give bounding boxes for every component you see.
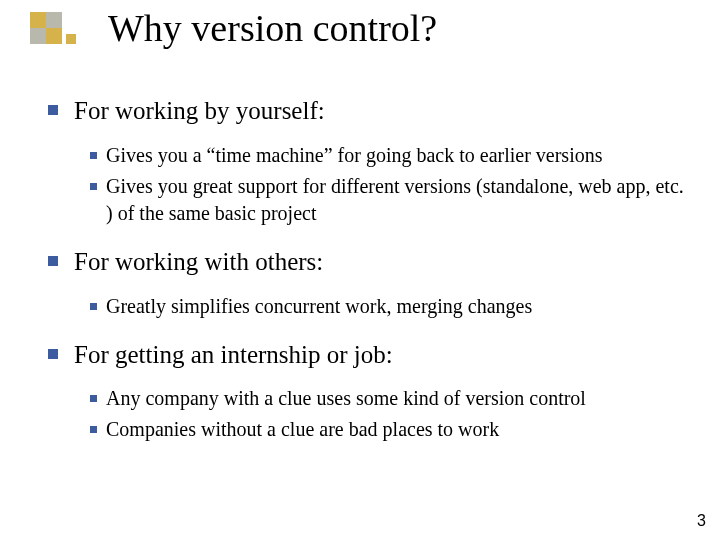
bullet-level2: Gives you a “time machine” for going bac… (48, 142, 688, 169)
bullet-text: Greatly simplifies concurrent work, merg… (106, 295, 532, 317)
bullet-level1: For working by yourself: (48, 94, 688, 128)
bullet-level2: Any company with a clue uses some kind o… (48, 385, 688, 412)
bullet-group: Greatly simplifies concurrent work, merg… (48, 293, 688, 320)
bullet-text: For working by yourself: (74, 97, 325, 124)
bullet-text: Gives you a “time machine” for going bac… (106, 144, 603, 166)
bullet-level1: For working with others: (48, 245, 688, 279)
page-number: 3 (697, 512, 706, 530)
svg-rect-3 (46, 28, 62, 44)
svg-rect-2 (30, 28, 46, 44)
svg-rect-4 (66, 34, 76, 44)
bullet-level2: Greatly simplifies concurrent work, merg… (48, 293, 688, 320)
corner-squares-icon (30, 12, 90, 44)
title-decoration (30, 12, 90, 48)
bullet-text: For getting an internship or job: (74, 341, 393, 368)
bullet-level2: Companies without a clue are bad places … (48, 416, 688, 443)
bullet-level1: For getting an internship or job: (48, 338, 688, 372)
slide: Why version control? For working by your… (0, 0, 720, 540)
bullet-text: For working with others: (74, 248, 323, 275)
svg-rect-0 (30, 12, 46, 28)
slide-title: Why version control? (108, 6, 437, 50)
bullet-text: Gives you great support for different ve… (106, 175, 684, 224)
svg-rect-1 (46, 12, 62, 28)
bullet-level2: Gives you great support for different ve… (48, 173, 688, 227)
bullet-group: Any company with a clue uses some kind o… (48, 385, 688, 443)
slide-body: For working by yourself: Gives you a “ti… (48, 94, 688, 461)
bullet-group: Gives you a “time machine” for going bac… (48, 142, 688, 227)
bullet-text: Companies without a clue are bad places … (106, 418, 499, 440)
bullet-text: Any company with a clue uses some kind o… (106, 387, 586, 409)
